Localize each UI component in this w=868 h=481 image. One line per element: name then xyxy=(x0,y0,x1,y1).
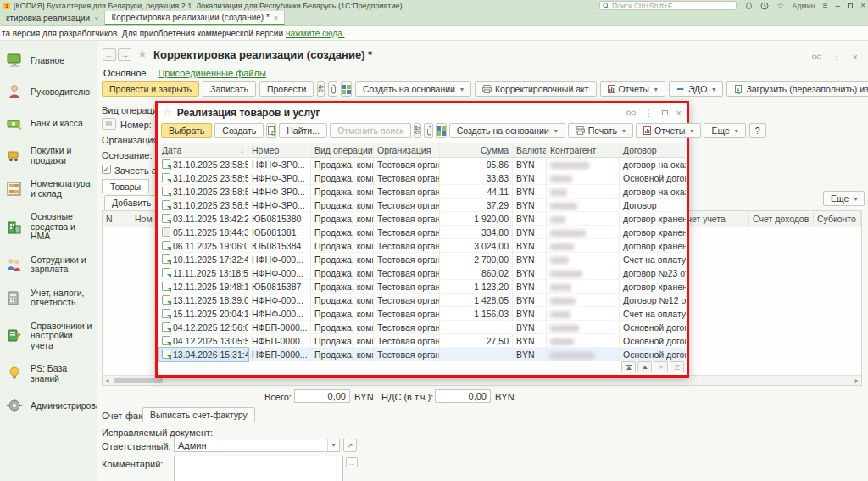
sidebar-item-knowledge[interactable]: PS: База знаний xyxy=(0,364,97,383)
load-from-file-button[interactable]: Загрузить (перезаполнить) из файла xyxy=(726,81,868,97)
close-form-button[interactable]: × xyxy=(853,52,858,62)
restore-button[interactable] xyxy=(848,3,853,8)
operation-list-button[interactable]: ▤ xyxy=(102,118,116,130)
sidebar-item-manager[interactable]: Руководителю xyxy=(0,83,97,101)
create-based-on-button[interactable]: Создать на основании▾ xyxy=(449,123,565,138)
create-button[interactable]: Создать xyxy=(214,123,264,138)
attached-files-link[interactable]: Присоединенные файлы xyxy=(158,68,265,78)
scroll-thumb[interactable] xyxy=(114,378,163,383)
table-row[interactable]: 31.10.2025 23:58:59НФНФ-ЗР0...Продажа, к… xyxy=(159,171,686,185)
offset-advance-checkbox[interactable]: ✓ xyxy=(102,165,111,174)
print-button[interactable]: Печать▾ xyxy=(568,123,633,138)
issue-invoice-button[interactable]: Выписать счет-фактуру xyxy=(142,407,255,422)
tab-goods[interactable]: Товары xyxy=(102,179,149,193)
go-first-button[interactable] xyxy=(621,361,636,372)
sidebar-item-purchases-sales[interactable]: Покупки и продажи xyxy=(0,146,97,165)
table-row[interactable]: 03.11.2025 18:42:20ЮБ0815380Продажа, ком… xyxy=(159,212,686,226)
table-row[interactable]: 04.12.2025 12:56:07НФБП-0000...Продажа, … xyxy=(159,321,686,334)
buy-commercial-link[interactable]: нажмите сюда. xyxy=(286,29,345,38)
forward-button[interactable]: → xyxy=(118,48,131,61)
col-n[interactable]: N xyxy=(103,211,131,227)
goods-more-button[interactable]: Еще▾ xyxy=(823,191,865,206)
attachments-button[interactable] xyxy=(424,123,433,138)
favorite-star-icon[interactable]: ★ xyxy=(137,48,147,60)
table-row[interactable]: 05.11.2025 18:44:30ЮБ081381Продажа, коми… xyxy=(159,226,686,239)
col-income-account[interactable]: Счет доходов xyxy=(749,211,814,227)
col-0[interactable]: Дата↓ xyxy=(159,143,248,157)
main-menu-icon[interactable]: ≡ xyxy=(823,0,828,11)
tab-close-icon[interactable]: × xyxy=(94,14,98,23)
table-row[interactable]: 15.11.2025 20:04:19НФНФ-000...Продажа, к… xyxy=(159,307,686,321)
save-button[interactable]: Записать xyxy=(203,81,256,97)
col-5[interactable]: Валюта xyxy=(513,143,547,157)
back-button[interactable]: ← xyxy=(103,48,116,61)
more-menu-icon[interactable]: ⋮ xyxy=(644,108,654,119)
post-button[interactable]: Провести xyxy=(259,81,314,97)
vat-field[interactable]: 0,00 xyxy=(435,389,491,403)
favorites-icon[interactable]: ☆ xyxy=(776,0,784,11)
edo-button[interactable]: ЭДО▾ xyxy=(669,81,724,97)
comment-field[interactable] xyxy=(174,456,343,481)
page-up-button[interactable] xyxy=(637,361,652,372)
tab-active-document[interactable]: Корректировка реализации (создание) *× xyxy=(104,11,285,25)
tab-previous-document[interactable]: ктировка реализации× xyxy=(0,11,104,25)
sidebar-item-employees[interactable]: Сотрудники и зарплата xyxy=(0,255,97,275)
table-row[interactable]: 31.10.2025 23:58:59НФНФ-ЗР0...Продажа, к… xyxy=(159,158,686,171)
document-structure-button[interactable] xyxy=(341,81,352,97)
table-row[interactable]: 06.11.2025 19:06:02ЮБ0815384Продажа, ком… xyxy=(159,239,686,253)
table-row[interactable]: 31.10.2025 23:58:59НФНФ-ЗР0...Продажа, к… xyxy=(159,185,686,199)
chevron-down-icon[interactable]: ▼ xyxy=(327,439,339,451)
sidebar-item-bank-cash[interactable]: Банк и касса xyxy=(0,115,97,132)
maximize-dialog-button[interactable] xyxy=(662,110,668,115)
show-postings-button[interactable]: ДтКт xyxy=(317,81,325,97)
get-link-icon[interactable] xyxy=(626,109,636,116)
open-responsible-button[interactable]: ↗ xyxy=(343,439,357,452)
more-menu-icon[interactable]: ⋮ xyxy=(832,51,842,62)
go-last-button[interactable] xyxy=(670,361,684,372)
scroll-left-icon[interactable]: ◂ xyxy=(103,377,112,384)
more-button[interactable]: Еще▾ xyxy=(704,123,745,138)
global-search-input[interactable]: Поиск Ctrl+Shift+F xyxy=(599,1,737,10)
sidebar-item-reference[interactable]: Справочники и настройки учета xyxy=(0,322,97,351)
add-row-button[interactable]: Добавить xyxy=(104,195,159,210)
reports-button[interactable]: Отчеты▾ xyxy=(600,81,665,97)
table-row[interactable]: 13.11.2025 18:39:07НФНФ-000...Продажа, к… xyxy=(159,294,686,307)
show-postings-button[interactable]: ДтКт xyxy=(414,123,421,138)
sidebar-item-accounting[interactable]: Учет, налоги, отчетность xyxy=(0,288,97,308)
sidebar-item-administration[interactable]: Администрирование xyxy=(0,397,97,415)
post-and-close-button[interactable]: Провести и закрыть xyxy=(102,81,199,97)
table-row[interactable]: 10.11.2025 17:32:48НФНФ-000...Продажа, к… xyxy=(159,253,686,266)
table-row[interactable]: 31.10.2025 23:58:59НФНФ-ЗР0...Продажа, к… xyxy=(159,199,686,212)
col-7[interactable]: Договор xyxy=(620,143,686,157)
tab-main[interactable]: Основное xyxy=(103,68,146,78)
col-4[interactable]: Сумма xyxy=(440,143,513,157)
sidebar-item-fixed-assets[interactable]: Основные средства и НМА xyxy=(0,212,97,242)
sidebar-item-home[interactable]: Главное xyxy=(0,52,97,70)
col-1[interactable]: Номер xyxy=(248,143,311,157)
get-link-icon[interactable] xyxy=(812,53,821,60)
attachments-button[interactable] xyxy=(328,81,337,97)
reports-button[interactable]: Отчеты▾ xyxy=(636,123,701,138)
col-subconto[interactable]: Субконто xyxy=(814,211,861,227)
find-button[interactable]: Найти... xyxy=(279,123,327,138)
responsible-field[interactable]: Админ ▼ xyxy=(174,439,340,452)
page-down-button[interactable] xyxy=(654,361,668,372)
favorite-star-icon[interactable]: ☆ xyxy=(163,107,172,119)
table-row[interactable]: 04.12.2025 13:05:56НФБП-0000...Продажа, … xyxy=(159,334,686,348)
close-dialog-button[interactable]: × xyxy=(676,108,682,118)
table-row[interactable]: 13.04.2026 15:31:48НФБП-0000...Продажа, … xyxy=(159,348,686,361)
help-button[interactable]: ? xyxy=(749,123,766,138)
table-row[interactable]: 12.11.2025 19:48:14ЮБ0815387Продажа, ком… xyxy=(159,280,686,294)
correction-act-button[interactable]: Корректировочный акт xyxy=(475,81,597,97)
scroll-right-icon[interactable]: ▸ xyxy=(852,377,861,384)
tab-close-icon[interactable]: × xyxy=(274,14,278,22)
close-window-button[interactable]: × xyxy=(860,0,865,11)
history-icon[interactable] xyxy=(760,2,769,10)
current-user[interactable]: Админ xyxy=(792,2,815,10)
document-structure-button[interactable] xyxy=(436,123,447,138)
minimize-button[interactable]: – xyxy=(836,0,841,11)
col-2[interactable]: Вид операции xyxy=(311,143,374,157)
sidebar-item-inventory[interactable]: Номенклатура и склад xyxy=(0,179,97,199)
notifications-icon[interactable] xyxy=(745,2,753,10)
create-based-on-button[interactable]: Создать на основании▾ xyxy=(355,81,471,97)
